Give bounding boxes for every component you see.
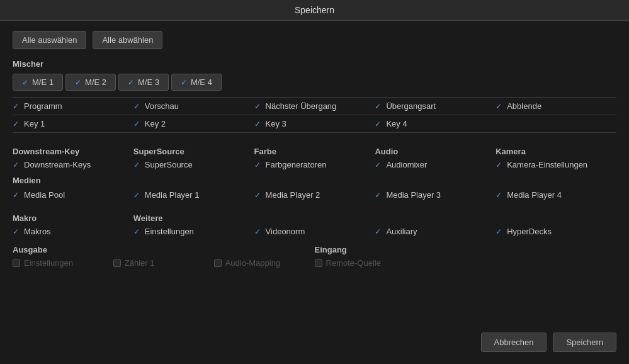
weitere-section: Weitere ✓ Einstellungen ✓ Videonorm ✓ Au… — [133, 213, 616, 236]
cancel-button[interactable]: Abbrechen — [481, 333, 547, 352]
makro-section: Makro ✓ Makros — [13, 213, 133, 236]
audiomixer-item[interactable]: ✓ Audiomixer — [375, 160, 496, 169]
ausgabe-audio-mapping-item[interactable]: Audio-Mapping — [214, 258, 315, 268]
programm-label: Programm — [24, 101, 62, 111]
mischer-naechster[interactable]: ✓ Nächster Übergang — [254, 101, 375, 111]
media-player4-check-icon: ✓ — [496, 191, 503, 200]
mischer-tabs: ✓ M/E 1 ✓ M/E 2 ✓ M/E 3 ✓ M/E 4 — [13, 74, 616, 91]
eingang-section: Eingang Remote-Quelle — [315, 245, 617, 268]
hyperdecks-item[interactable]: ✓ HyperDecks — [496, 227, 616, 236]
media-player2-item[interactable]: ✓ Media Player 2 — [254, 190, 375, 200]
mischer-key2[interactable]: ✓ Key 2 — [133, 119, 254, 128]
key2-check-icon: ✓ — [133, 120, 141, 128]
tab-me3[interactable]: ✓ M/E 3 — [118, 74, 169, 91]
mischer-abblende[interactable]: ✓ Abblende — [496, 101, 616, 111]
tab-me4[interactable]: ✓ M/E 4 — [171, 74, 222, 91]
ausgabe-eingang-wrapper: Ausgabe Einstellungen Zähler 1 Audio-Map… — [13, 245, 616, 268]
media-player1-item[interactable]: ✓ Media Player 1 — [133, 190, 254, 200]
mischer-title: Mischer — [13, 59, 616, 69]
supersource-check-icon: ✓ — [133, 161, 141, 169]
media-player3-item[interactable]: ✓ Media Player 3 — [375, 190, 496, 200]
hyperdecks-check-icon: ✓ — [496, 227, 503, 236]
media-player4-item[interactable]: ✓ Media Player 4 — [496, 190, 616, 200]
media-player4-label: Media Player 4 — [507, 190, 562, 200]
ausgabe-einstellungen-checkbox — [13, 259, 20, 267]
save-button[interactable]: Speichern — [553, 333, 616, 352]
me3-check-icon: ✓ — [128, 78, 134, 87]
makros-item[interactable]: ✓ Makros — [13, 227, 133, 236]
media-player1-check-icon: ✓ — [133, 191, 141, 200]
eingang-remote-quelle-item[interactable]: Remote-Quelle — [315, 258, 466, 268]
tab-me2[interactable]: ✓ M/E 2 — [65, 74, 116, 91]
kamera-title: Kamera — [496, 147, 616, 156]
mischer-key1[interactable]: ✓ Key 1 — [13, 119, 133, 128]
key3-label: Key 3 — [266, 119, 286, 128]
mischer-row2: ✓ Key 1 ✓ Key 2 ✓ Key 3 ✓ Key 4 — [13, 115, 616, 133]
naechster-check-icon: ✓ — [254, 102, 262, 111]
ausgabe-zaehler-label: Zähler 1 — [125, 258, 155, 268]
audio-title: Audio — [375, 147, 496, 156]
kamera-einstellungen-check-icon: ✓ — [496, 161, 503, 169]
farbe-title: Farbe — [254, 147, 375, 156]
abblende-check-icon: ✓ — [496, 102, 503, 111]
downstream-check-icon: ✓ — [13, 161, 20, 169]
tab-me1[interactable]: ✓ M/E 1 — [13, 74, 63, 91]
vorschau-label: Vorschau — [145, 101, 179, 111]
mischer-key3[interactable]: ✓ Key 3 — [254, 119, 375, 128]
downstream-keys-item[interactable]: ✓ Downstream-Keys — [13, 160, 133, 169]
mischer-section: Mischer ✓ M/E 1 ✓ M/E 2 ✓ M/E 3 ✓ M/E 4 … — [13, 59, 616, 133]
mischer-key4[interactable]: ✓ Key 4 — [375, 119, 496, 128]
hyperdecks-label: HyperDecks — [507, 227, 552, 236]
select-all-button[interactable]: Alle auswählen — [13, 31, 86, 49]
tab-me2-label: M/E 2 — [85, 77, 106, 87]
mischer-programm[interactable]: ✓ Programm — [13, 101, 133, 111]
deselect-all-button[interactable]: Alle abwählen — [93, 31, 162, 49]
weitere-einstellungen-item[interactable]: ✓ Einstellungen — [133, 227, 254, 236]
medien-items: ✓ Media Pool ✓ Media Player 1 ✓ Media Pl… — [13, 190, 616, 200]
ausgabe-title: Ausgabe — [13, 245, 315, 254]
media-player3-label: Media Player 3 — [386, 190, 441, 200]
media-pool-item[interactable]: ✓ Media Pool — [13, 190, 133, 200]
key4-check-icon: ✓ — [375, 120, 382, 128]
farbgeneratoren-item[interactable]: ✓ Farbgeneratoren — [254, 160, 375, 169]
ausgabe-zaehler-checkbox — [113, 259, 121, 267]
me1-check-icon: ✓ — [22, 78, 28, 87]
kamera-einstellungen-label: Kamera-Einstellungen — [507, 160, 587, 169]
media-player1-label: Media Player 1 — [145, 190, 200, 200]
mischer-vorschau[interactable]: ✓ Vorschau — [133, 101, 254, 111]
media-player2-check-icon: ✓ — [254, 191, 262, 200]
key1-label: Key 1 — [24, 119, 45, 128]
mischer-row1: ✓ Programm ✓ Vorschau ✓ Nächster Übergan… — [13, 97, 616, 115]
audiomixer-check-icon: ✓ — [375, 161, 382, 169]
tab-me4-label: M/E 4 — [191, 77, 212, 87]
downstream-section: Downstream-Key ✓ Downstream-Keys — [13, 147, 133, 169]
media-player2-label: Media Player 2 — [266, 190, 320, 200]
makro-weitere-wrapper: Makro ✓ Makros Weitere ✓ Einstellungen ✓… — [13, 213, 616, 236]
footer: Abbrechen Speichern — [13, 327, 616, 352]
ausgabe-einstellungen-item[interactable]: Einstellungen — [13, 258, 113, 268]
kamera-section: Kamera ✓ Kamera-Einstellungen — [496, 147, 616, 169]
eingang-items: Remote-Quelle — [315, 258, 617, 268]
key4-label: Key 4 — [386, 119, 407, 128]
auxiliary-item[interactable]: ✓ Auxiliary — [375, 227, 496, 236]
makros-check-icon: ✓ — [13, 227, 20, 236]
supersource-title: SuperSource — [133, 147, 254, 156]
ausgabe-audio-mapping-label: Audio-Mapping — [225, 258, 280, 268]
kamera-einstellungen-item[interactable]: ✓ Kamera-Einstellungen — [496, 160, 616, 169]
makro-title: Makro — [13, 213, 133, 223]
audiomixer-label: Audiomixer — [386, 160, 427, 169]
supersource-section: SuperSource ✓ SuperSource — [133, 147, 254, 169]
ausgabe-zaehler-item[interactable]: Zähler 1 — [113, 258, 214, 268]
me2-check-icon: ✓ — [75, 78, 81, 87]
supersource-item[interactable]: ✓ SuperSource — [133, 160, 254, 169]
weitere-einstellungen-label: Einstellungen — [145, 227, 194, 236]
ausgabe-audio-mapping-checkbox — [214, 259, 222, 267]
media-pool-check-icon: ✓ — [13, 191, 20, 200]
key1-check-icon: ✓ — [13, 120, 20, 128]
ausgabe-items: Einstellungen Zähler 1 Audio-Mapping — [13, 258, 315, 268]
weitere-title: Weitere — [133, 213, 616, 223]
abblende-label: Abblende — [507, 101, 541, 111]
videonorm-item[interactable]: ✓ Videonorm — [254, 227, 375, 236]
mischer-uebergangsart[interactable]: ✓ Übergangsart — [375, 101, 496, 111]
farbgeneratoren-check-icon: ✓ — [254, 161, 262, 169]
